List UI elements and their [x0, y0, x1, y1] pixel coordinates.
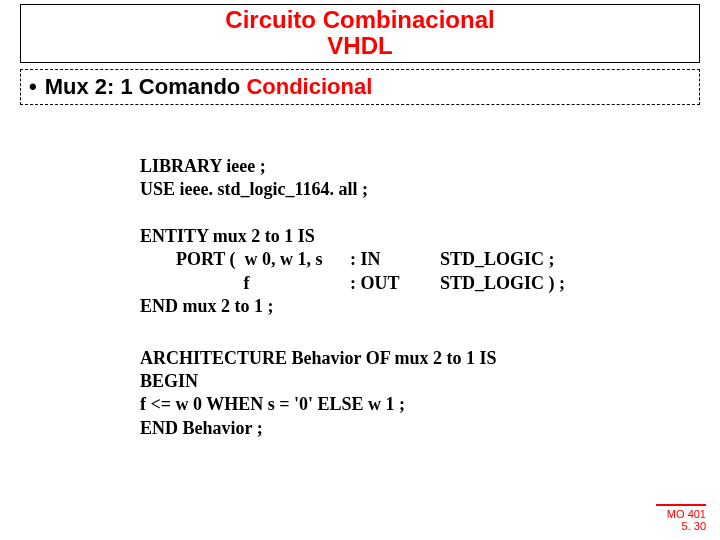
- code-line: END Behavior ;: [140, 417, 720, 440]
- code-port-row: f : OUT STD_LOGIC ) ;: [140, 272, 720, 295]
- slide-title-line2: VHDL: [21, 33, 699, 59]
- code-line: ENTITY mux 2 to 1 IS: [140, 225, 720, 248]
- footer-page: 5. 30: [656, 520, 706, 532]
- code-line: f <= w 0 WHEN s = '0' ELSE w 1 ;: [140, 393, 720, 416]
- vhdl-architecture-block: ARCHITECTURE Behavior OF mux 2 to 1 IS B…: [140, 347, 720, 441]
- code-line: LIBRARY ieee ;: [140, 155, 720, 178]
- code-line: END mux 2 to 1 ;: [140, 295, 720, 318]
- bullet-text-black: Mux 2: 1 Comando: [45, 74, 247, 99]
- vhdl-library-block: LIBRARY ieee ; USE ieee. std_logic_1164.…: [140, 155, 720, 319]
- code-col: f: [140, 272, 350, 295]
- code-col: PORT ( w 0, w 1, s: [140, 248, 350, 271]
- code-col: : IN: [350, 248, 440, 271]
- code-line: USE ieee. std_logic_1164. all ;: [140, 178, 720, 201]
- code-col: STD_LOGIC ) ;: [440, 272, 565, 295]
- bullet-item: •Mux 2: 1 Comando Condicional: [29, 74, 691, 100]
- code-port-row: PORT ( w 0, w 1, s : IN STD_LOGIC ;: [140, 248, 720, 271]
- footer-course: MO 401: [656, 508, 706, 520]
- code-col: STD_LOGIC ;: [440, 248, 555, 271]
- slide-title-line1: Circuito Combinacional: [21, 7, 699, 33]
- blank-line: [140, 202, 720, 225]
- code-line: ARCHITECTURE Behavior OF mux 2 to 1 IS: [140, 347, 720, 370]
- code-col: : OUT: [350, 272, 440, 295]
- bullet-dot: •: [29, 74, 37, 99]
- code-line: BEGIN: [140, 370, 720, 393]
- slide-footer: MO 401 5. 30: [656, 504, 706, 532]
- slide-subtitle-box: •Mux 2: 1 Comando Condicional: [20, 69, 700, 105]
- bullet-text-red: Condicional: [246, 74, 372, 99]
- slide-title-box: Circuito Combinacional VHDL: [20, 4, 700, 63]
